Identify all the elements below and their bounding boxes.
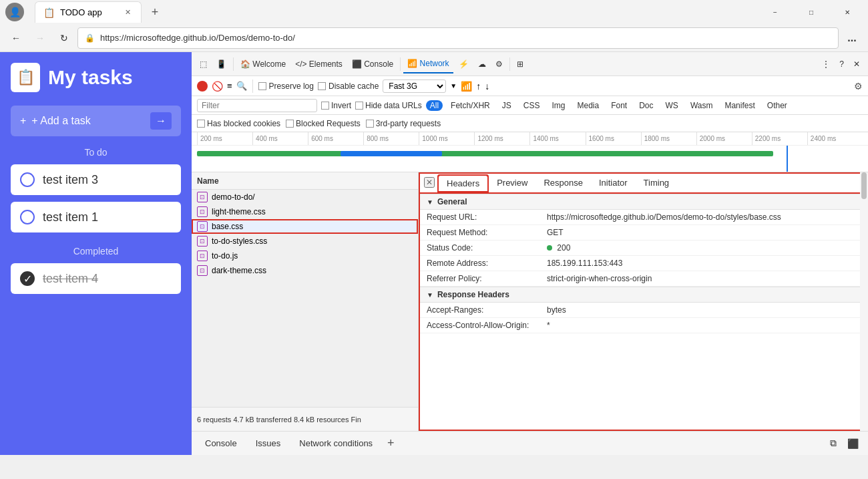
active-tab[interactable]: 📋 TODO app ✕	[35, 1, 142, 23]
network-toolbar: 🚫 ≡ 🔍 Preserve log Disable cache Fast 3G…	[192, 76, 868, 96]
expand-btn[interactable]: ⬛	[843, 434, 863, 453]
upload-icon[interactable]: ↑	[476, 81, 481, 92]
hide-data-cb[interactable]	[355, 102, 363, 110]
bottom-console-tab[interactable]: Console	[197, 436, 245, 451]
inspect-btn[interactable]: ⬚	[196, 55, 211, 73]
add-task-btn[interactable]: + + Add a task →	[11, 106, 181, 136]
details-tab-preview[interactable]: Preview	[489, 175, 535, 190]
blocked-requests-checkbox[interactable]: Blocked Requests	[286, 119, 361, 128]
remote-address-val: 185.199.111.153:443	[547, 259, 860, 268]
accept-ranges-row: Accept-Ranges: bytes	[419, 303, 868, 318]
type-other-btn[interactable]: Other	[763, 100, 791, 111]
bottom-issues-tab[interactable]: Issues	[248, 436, 289, 451]
type-wasm-btn[interactable]: Wasm	[686, 100, 717, 111]
scrollbar-thumb[interactable]	[861, 172, 867, 199]
tab-close-btn[interactable]: ✕	[122, 7, 133, 18]
download-icon[interactable]: ↓	[485, 81, 489, 92]
new-tab-btn[interactable]: +	[144, 1, 166, 23]
response-triangle: ▼	[427, 291, 433, 299]
type-font-btn[interactable]: Font	[607, 100, 631, 111]
todo-section-label: To do	[11, 147, 181, 158]
refresh-btn[interactable]: ↻	[53, 27, 75, 49]
third-party-cb[interactable]	[366, 120, 374, 128]
type-all-btn[interactable]: All	[426, 100, 443, 111]
details-tab-timing[interactable]: Timing	[636, 175, 678, 190]
close-devtools-btn[interactable]: ✕	[849, 55, 864, 73]
net-row-3[interactable]: ⊡ base.css	[192, 219, 418, 234]
details-tab-initiator[interactable]: Initiator	[591, 175, 636, 190]
net-row-5[interactable]: ⊡ to-do.js	[192, 249, 418, 263]
details-tab-response[interactable]: Response	[535, 175, 591, 190]
close-btn[interactable]: ✕	[832, 0, 863, 24]
online-icon[interactable]: 📶	[461, 81, 472, 92]
browser-more-btn[interactable]: ...	[841, 27, 863, 49]
throttle-dropdown[interactable]: ▼	[450, 82, 457, 90]
todo-sidebar: 📋 My tasks + + Add a task → To do test i…	[0, 52, 192, 455]
details-tabs: ✕ Headers Preview Response Initiator Tim…	[419, 172, 868, 194]
pop-out-btn[interactable]: ⧉	[826, 434, 841, 453]
type-manifest-btn[interactable]: Manifest	[720, 100, 758, 111]
network-btn[interactable]: 📶 Network	[403, 55, 453, 73]
net-row-1[interactable]: ⊡ demo-to-do/	[192, 190, 418, 204]
hide-data-checkbox[interactable]: Hide data URLs	[355, 101, 422, 110]
clear-btn[interactable]: 🚫	[212, 81, 223, 92]
perf-btn[interactable]: ⚡	[455, 55, 473, 73]
blocked-cookies-checkbox[interactable]: Has blocked cookies	[197, 119, 280, 128]
tab-icon: 📋	[43, 7, 55, 18]
blocked-cookies-cb[interactable]	[197, 120, 205, 128]
type-ws-btn[interactable]: WS	[662, 100, 682, 111]
maximize-btn[interactable]: □	[796, 0, 827, 24]
tick-1000: 1000 ms	[419, 132, 474, 145]
type-doc-btn[interactable]: Doc	[635, 100, 657, 111]
details-tab-headers[interactable]: Headers	[437, 174, 489, 192]
net-row-2[interactable]: ⊡ light-theme.css	[192, 204, 418, 219]
console-btn[interactable]: ⬛ Console	[348, 55, 397, 73]
device-btn[interactable]: 📱	[212, 55, 230, 73]
search-icon[interactable]: 🔍	[236, 81, 247, 91]
net-settings-icon[interactable]: ⚙	[854, 81, 863, 92]
type-img-btn[interactable]: Img	[548, 100, 569, 111]
elements-btn[interactable]: </> Elements	[291, 55, 347, 73]
task-item-1[interactable]: test item 3	[11, 164, 181, 195]
back-btn[interactable]: ←	[5, 27, 27, 49]
completed-task-1[interactable]: ✓ test item 4	[11, 263, 181, 294]
address-bar[interactable]: 🔒 https://microsoftedge.github.io/Demos/…	[77, 27, 839, 49]
screen-btn[interactable]: ⊞	[513, 55, 527, 73]
throttle-select[interactable]: Fast 3G Slow 3G No throttling	[383, 79, 446, 93]
disable-cache-cb[interactable]	[318, 82, 326, 90]
task-item-2[interactable]: test item 1	[11, 202, 181, 232]
net-row-6[interactable]: ⊡ dark-theme.css	[192, 263, 418, 278]
blocked-requests-cb[interactable]	[286, 120, 294, 128]
task-checkbox-1[interactable]	[20, 172, 35, 187]
filter-input[interactable]	[197, 99, 317, 112]
preserve-log-cb[interactable]	[258, 82, 266, 90]
type-fetch-btn[interactable]: Fetch/XHR	[447, 100, 494, 111]
details-close-btn[interactable]: ✕	[424, 177, 435, 188]
completed-checkbox-1[interactable]: ✓	[20, 271, 35, 286]
profile-icon[interactable]: 👤	[5, 3, 24, 21]
bottom-network-conditions-tab[interactable]: Network conditions	[291, 436, 381, 451]
type-js-btn[interactable]: JS	[498, 100, 515, 111]
type-media-btn[interactable]: Media	[573, 100, 603, 111]
filter-icon[interactable]: ≡	[227, 81, 232, 91]
net-row-4[interactable]: ⊡ to-do-styles.css	[192, 234, 418, 249]
disable-cache-checkbox[interactable]: Disable cache	[318, 82, 379, 91]
net-row-name-4: to-do-styles.css	[212, 236, 267, 246]
invert-cb[interactable]	[321, 102, 329, 110]
bottom-add-btn[interactable]: +	[383, 436, 399, 450]
type-css-btn[interactable]: CSS	[519, 100, 544, 111]
third-party-checkbox[interactable]: 3rd-party requests	[366, 119, 441, 128]
task-checkbox-2[interactable]	[20, 210, 35, 224]
invert-checkbox[interactable]: Invert	[321, 101, 351, 110]
minimize-btn[interactable]: −	[760, 0, 791, 24]
task-text-1: test item 3	[43, 173, 98, 187]
record-btn[interactable]	[197, 81, 208, 92]
welcome-btn[interactable]: 🏠 Welcome	[236, 55, 290, 73]
preserve-log-checkbox[interactable]: Preserve log	[258, 82, 314, 91]
scrollbar-track[interactable]	[860, 172, 868, 431]
forward-btn[interactable]: →	[29, 27, 51, 49]
more-tools-btn[interactable]: ⋮	[818, 55, 834, 73]
settings-toolbar-btn[interactable]: ⚙	[491, 55, 507, 73]
wifi-btn[interactable]: ☁	[474, 55, 490, 73]
help-btn[interactable]: ?	[835, 55, 848, 73]
